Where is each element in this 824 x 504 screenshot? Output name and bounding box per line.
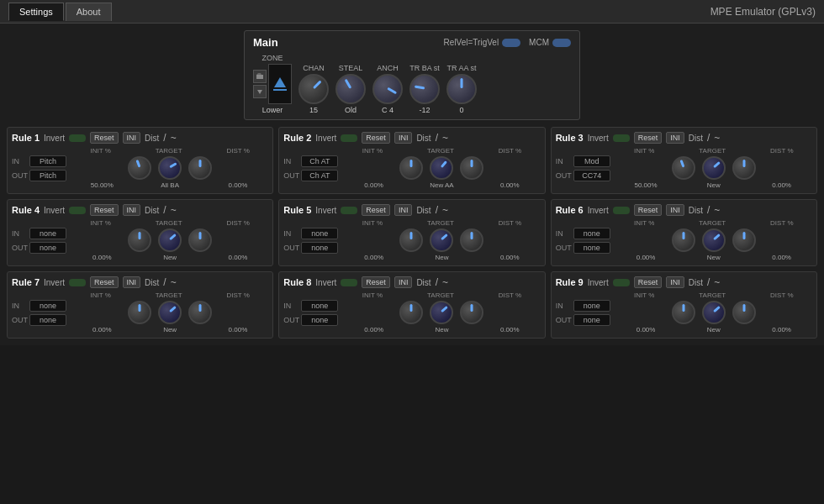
rule-6-reset-btn[interactable]: Reset	[634, 204, 663, 216]
rule-8-target-knob[interactable]	[430, 301, 453, 324]
rule-4-invert-toggle[interactable]	[69, 207, 86, 214]
steal-knob[interactable]	[335, 74, 366, 104]
rule-2-out-value[interactable]: Ch AT	[301, 170, 338, 181]
rule-6-out-value[interactable]: none	[573, 242, 610, 254]
anch-knob[interactable]	[372, 74, 403, 104]
rule-9-init-knob[interactable]	[672, 301, 695, 324]
mcm-toggle[interactable]	[552, 39, 571, 47]
rule-2-dist-knob[interactable]	[460, 156, 483, 180]
rule-9-wave1-icon[interactable]: /	[707, 276, 710, 288]
rule-3-init-knob[interactable]	[672, 156, 695, 180]
rule-9-target-knob[interactable]	[702, 301, 726, 324]
rule-9-reset-btn[interactable]: Reset	[634, 276, 663, 288]
rule-9-ini-btn[interactable]: INI	[666, 276, 684, 288]
rule-2-ini-btn[interactable]: INI	[394, 132, 413, 144]
rule-7-ini-btn[interactable]: INI	[123, 276, 141, 288]
rule-7-wave1-icon[interactable]: /	[163, 276, 166, 288]
rule-2-invert-toggle[interactable]	[341, 134, 357, 142]
rule-1-target-knob[interactable]	[158, 156, 182, 180]
rule-6-target-knob[interactable]	[702, 228, 726, 252]
rule-7-dist-knob[interactable]	[188, 301, 212, 324]
rule-4-init-knob[interactable]	[128, 228, 151, 252]
rule-5-out-value[interactable]: none	[301, 242, 338, 254]
rule-7-init-knob[interactable]	[128, 301, 151, 324]
rel-vel-toggle[interactable]	[502, 39, 520, 47]
rule-3-ini-btn[interactable]: INI	[666, 132, 684, 144]
rule-9-dist-knob[interactable]	[732, 301, 756, 324]
rule-7-in-value[interactable]: none	[29, 300, 66, 312]
rule-5-wave1-icon[interactable]: /	[436, 204, 438, 216]
rule-3-invert-toggle[interactable]	[613, 134, 630, 142]
rule-9-out-value[interactable]: none	[573, 314, 610, 326]
rule-3-wave2-icon[interactable]: ~	[714, 132, 720, 144]
rule-6-dist-knob[interactable]	[732, 228, 756, 252]
rule-3-out-value[interactable]: CC74	[573, 170, 610, 181]
rule-7-invert-toggle[interactable]	[69, 279, 86, 286]
rule-5-dist-knob[interactable]	[460, 228, 483, 252]
zone-down-btn[interactable]	[253, 85, 267, 98]
rule-1-in-value[interactable]: Pitch	[29, 155, 66, 167]
tab-about[interactable]: About	[66, 3, 112, 21]
rule-7-out-value[interactable]: none	[29, 314, 66, 326]
rule-3-in-value[interactable]: Mod	[573, 155, 610, 167]
rule-5-ini-btn[interactable]: INI	[394, 204, 413, 216]
rule-8-wave2-icon[interactable]: ~	[442, 276, 448, 288]
rule-8-ini-btn[interactable]: INI	[394, 276, 413, 288]
rule-7-target-knob[interactable]	[158, 301, 182, 324]
rule-4-out-value[interactable]: none	[29, 242, 66, 254]
rule-2-init-knob[interactable]	[399, 156, 423, 180]
rule-5-in-value[interactable]: none	[301, 228, 338, 239]
rule-5-reset-btn[interactable]: Reset	[362, 204, 390, 216]
rule-1-dist-knob[interactable]	[188, 156, 212, 180]
rule-6-wave1-icon[interactable]: /	[707, 204, 710, 216]
rule-4-dist-knob[interactable]	[188, 228, 212, 252]
rule-6-init-knob[interactable]	[672, 228, 695, 252]
rule-9-wave2-icon[interactable]: ~	[714, 276, 720, 288]
rule-3-wave1-icon[interactable]: /	[707, 132, 710, 144]
rule-3-dist-knob[interactable]	[732, 156, 756, 180]
rule-1-reset-btn[interactable]: Reset	[90, 132, 119, 144]
rule-1-wave1-icon[interactable]: /	[163, 132, 166, 144]
rule-5-invert-toggle[interactable]	[341, 207, 357, 214]
rule-8-invert-toggle[interactable]	[341, 279, 357, 286]
zone-folder-btn[interactable]	[253, 70, 267, 83]
rule-5-target-knob[interactable]	[430, 228, 453, 252]
rule-7-reset-btn[interactable]: Reset	[90, 276, 119, 288]
tr-ba-knob[interactable]	[409, 74, 440, 104]
rule-4-target-knob[interactable]	[158, 228, 182, 252]
rule-3-target-knob[interactable]	[702, 156, 726, 180]
rule-3-reset-btn[interactable]: Reset	[634, 132, 663, 144]
rule-2-target-knob[interactable]	[430, 156, 453, 180]
rule-6-invert-toggle[interactable]	[613, 207, 630, 214]
tab-settings[interactable]: Settings	[8, 3, 64, 21]
chan-knob[interactable]	[298, 74, 329, 104]
rule-1-init-knob[interactable]	[128, 156, 151, 180]
rule-5-wave2-icon[interactable]: ~	[442, 204, 448, 216]
rule-4-wave2-icon[interactable]: ~	[171, 204, 177, 216]
rule-8-dist-knob[interactable]	[460, 301, 483, 324]
rule-9-in-value[interactable]: none	[573, 300, 610, 312]
rule-6-in-value[interactable]: none	[573, 228, 610, 239]
rule-4-reset-btn[interactable]: Reset	[90, 204, 119, 216]
rule-2-reset-btn[interactable]: Reset	[362, 132, 390, 144]
rule-8-wave1-icon[interactable]: /	[436, 276, 438, 288]
rule-2-wave2-icon[interactable]: ~	[442, 132, 448, 144]
rule-4-ini-btn[interactable]: INI	[123, 204, 141, 216]
rule-4-in-value[interactable]: none	[29, 228, 66, 239]
rule-2-in-value[interactable]: Ch AT	[301, 155, 338, 167]
rule-6-wave2-icon[interactable]: ~	[714, 204, 720, 216]
rule-1-wave2-icon[interactable]: ~	[171, 132, 177, 144]
rule-9-invert-toggle[interactable]	[613, 279, 630, 286]
rule-1-invert-toggle[interactable]	[69, 134, 86, 142]
rule-1-out-value[interactable]: Pitch	[29, 170, 66, 181]
rule-1-ini-btn[interactable]: INI	[123, 132, 141, 144]
rule-8-in-value[interactable]: none	[301, 300, 338, 312]
rule-8-out-value[interactable]: none	[301, 314, 338, 326]
rule-5-init-knob[interactable]	[399, 228, 423, 252]
rule-2-wave1-icon[interactable]: /	[436, 132, 438, 144]
tr-aa-knob[interactable]	[446, 74, 477, 104]
rule-7-wave2-icon[interactable]: ~	[171, 276, 177, 288]
rule-6-ini-btn[interactable]: INI	[666, 204, 684, 216]
rule-8-init-knob[interactable]	[399, 301, 423, 324]
rule-4-wave1-icon[interactable]: /	[163, 204, 166, 216]
